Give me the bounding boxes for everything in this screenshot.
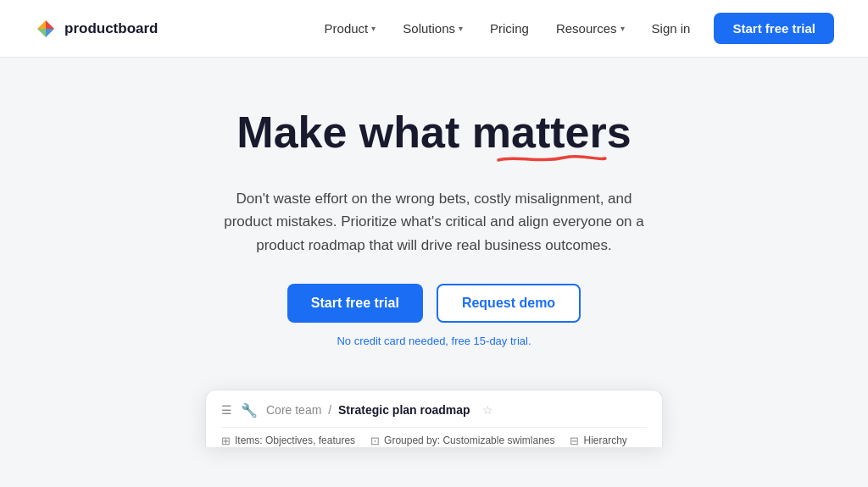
nav-solutions[interactable]: Solutions ▾ bbox=[391, 14, 475, 42]
toolbar-hierarchy: ⊟ Hierarchy bbox=[570, 434, 626, 447]
start-trial-button[interactable]: Start free trial bbox=[287, 284, 423, 323]
hero-subtitle: Don't waste effort on the wrong bets, co… bbox=[214, 187, 654, 257]
navbar: productboard Product ▾ Solutions ▾ Prici… bbox=[0, 0, 868, 58]
svg-marker-2 bbox=[46, 29, 54, 37]
logo-link[interactable]: productboard bbox=[34, 17, 159, 41]
team-icon: 🔧 bbox=[241, 402, 258, 418]
preview-topbar: ☰ 🔧 Core team / Strategic plan roadmap ☆ bbox=[221, 402, 647, 418]
breadcrumb: Core team / Strategic plan roadmap bbox=[266, 403, 470, 417]
svg-marker-0 bbox=[37, 20, 46, 29]
nav-resources[interactable]: Resources ▾ bbox=[544, 14, 637, 42]
nav-links: Product ▾ Solutions ▾ Pricing Resources … bbox=[313, 13, 834, 44]
nav-product[interactable]: Product ▾ bbox=[313, 14, 388, 42]
svg-marker-1 bbox=[46, 20, 54, 29]
logo-icon bbox=[34, 17, 58, 41]
chevron-down-icon: ▾ bbox=[371, 24, 376, 33]
hero-title: Make what matters bbox=[236, 108, 631, 157]
list-icon: ⊞ bbox=[221, 434, 231, 447]
hierarchy-icon: ⊟ bbox=[570, 434, 579, 447]
hero-buttons: Start free trial Request demo bbox=[287, 284, 581, 323]
chevron-down-icon: ▾ bbox=[459, 24, 463, 33]
chevron-down-icon: ▾ bbox=[620, 24, 625, 33]
svg-marker-3 bbox=[37, 29, 46, 37]
logo-text: productboard bbox=[64, 20, 159, 37]
toolbar-items: ⊞ Items: Objectives, features bbox=[221, 434, 355, 447]
star-icon: ☆ bbox=[482, 403, 493, 417]
request-demo-button[interactable]: Request demo bbox=[437, 284, 581, 323]
hero-highlighted-word: matters bbox=[472, 108, 632, 157]
toolbar-grouped: ⊡ Grouped by: Customizable swimlanes bbox=[370, 434, 554, 447]
hero-section: Make what matters Don't waste effort on … bbox=[0, 58, 868, 373]
hero-note: No credit card needed, free 15-day trial… bbox=[337, 335, 531, 347]
hamburger-icon: ☰ bbox=[221, 403, 232, 417]
group-icon: ⊡ bbox=[370, 434, 380, 447]
underline-decoration bbox=[472, 153, 632, 163]
nav-cta-button[interactable]: Start free trial bbox=[714, 13, 834, 44]
product-preview-card: ☰ 🔧 Core team / Strategic plan roadmap ☆… bbox=[205, 390, 663, 447]
nav-pricing[interactable]: Pricing bbox=[478, 14, 541, 42]
preview-toolbar: ⊞ Items: Objectives, features ⊡ Grouped … bbox=[221, 427, 647, 447]
signin-button[interactable]: Sign in bbox=[640, 14, 703, 42]
